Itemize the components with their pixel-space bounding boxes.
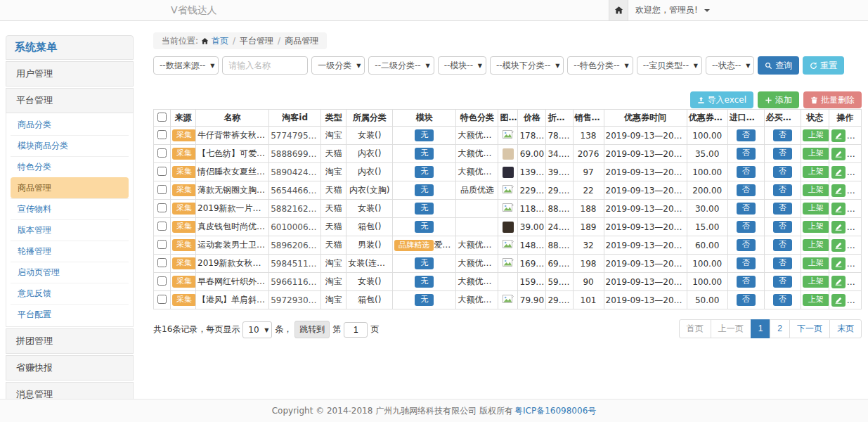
page-button-下一页[interactable]: 下一页 [789, 319, 830, 338]
page-button-1[interactable]: 1 [751, 319, 771, 338]
page-button-末页[interactable]: 末页 [829, 319, 862, 338]
status-badge[interactable]: 上架 [803, 294, 829, 305]
status-badge[interactable]: 上架 [803, 203, 829, 214]
import-select-badge[interactable]: 否 [737, 203, 756, 214]
row-checkbox[interactable] [157, 258, 167, 267]
ops-cell [829, 145, 861, 163]
batch-delete-button[interactable]: 批量删除 [803, 91, 862, 108]
import-select-badge[interactable]: 否 [737, 294, 756, 305]
row-checkbox[interactable] [157, 185, 167, 194]
jump-to-button[interactable]: 跳转到 [294, 321, 330, 338]
icp-link[interactable]: 粤ICP备16098006号 [514, 405, 596, 417]
row-checkbox[interactable] [157, 295, 167, 304]
must-buy-badge[interactable]: 否 [773, 148, 792, 159]
status-cell: 上架 [801, 273, 829, 291]
per-page-select[interactable]: 10 ▼ [242, 321, 272, 338]
import-select-badge[interactable]: 否 [737, 221, 756, 232]
status-badge[interactable]: 上架 [803, 184, 829, 196]
must-buy-badge[interactable]: 否 [773, 166, 792, 177]
sidebar-section-bottom-0[interactable]: 拼团管理 [6, 328, 134, 354]
user-menu[interactable]: 欢迎您，管理员! [635, 0, 710, 20]
import-select-badge[interactable]: 否 [737, 239, 756, 250]
row-checkbox[interactable] [157, 148, 167, 158]
filter-select-5[interactable]: --特色分类--▼ [567, 56, 633, 75]
filter-select-datasource[interactable]: --数据来源--▼ [153, 56, 219, 75]
page-button-上一页[interactable]: 上一页 [711, 319, 751, 338]
status-badge[interactable]: 上架 [803, 148, 829, 159]
edit-button[interactable] [831, 239, 846, 252]
discount-price-cell: 69.90 [546, 255, 573, 273]
status-badge[interactable]: 上架 [803, 257, 829, 269]
edit-button[interactable] [831, 203, 846, 215]
filter-select-6[interactable]: --宝贝类型--▼ [637, 56, 702, 75]
filter-select-2[interactable]: --二级分类--▼ [368, 56, 434, 75]
must-buy-badge[interactable]: 否 [773, 184, 792, 196]
query-button[interactable]: 查询 [758, 56, 799, 75]
status-badge[interactable]: 上架 [803, 239, 829, 250]
row-checkbox[interactable] [157, 130, 167, 139]
sidebar-section-1[interactable]: 平台管理 [6, 88, 134, 113]
must-buy-badge[interactable]: 否 [773, 221, 792, 232]
import-select-badge[interactable]: 否 [737, 166, 756, 177]
filter-select-7[interactable]: --状态--▼ [706, 56, 754, 75]
edit-button[interactable] [831, 276, 846, 288]
status-badge[interactable]: 上架 [803, 276, 829, 287]
edit-icon [835, 297, 842, 304]
import-select-badge[interactable]: 否 [737, 257, 756, 269]
must-buy-badge[interactable]: 否 [773, 276, 792, 287]
sidebar-menu: 用户管理平台管理商品分类模块商品分类特色分类商品管理宣传物料版本管理轮播管理启动… [6, 61, 134, 422]
page-button-首页[interactable]: 首页 [679, 319, 711, 338]
home-button[interactable] [609, 0, 628, 20]
icon-cell [498, 218, 518, 236]
status-badge[interactable]: 上架 [803, 221, 829, 232]
import-select-badge[interactable]: 否 [737, 184, 756, 196]
must-buy-badge[interactable]: 否 [773, 294, 792, 305]
sidebar-item-9[interactable]: 平台配置 [11, 304, 129, 325]
must-buy-badge[interactable]: 否 [773, 257, 792, 269]
name-cell: 牛仔背带裤女秋装减龄... [196, 127, 269, 145]
edit-button[interactable] [831, 166, 846, 179]
import-select-badge[interactable]: 否 [737, 129, 756, 141]
edit-button[interactable] [831, 129, 846, 142]
status-badge[interactable]: 上架 [803, 166, 829, 177]
row-checkbox[interactable] [157, 222, 167, 231]
must-buy-cell: 否 [764, 236, 801, 255]
reset-button[interactable]: 重置 [803, 56, 844, 75]
sidebar-item-2[interactable]: 特色分类 [11, 156, 129, 177]
row-checkbox[interactable] [157, 240, 167, 249]
filter-select-4[interactable]: --模块下分类--▼ [490, 56, 564, 75]
name-search-input[interactable] [222, 56, 308, 75]
status-badge[interactable]: 上架 [803, 129, 829, 141]
must-buy-badge[interactable]: 否 [773, 239, 792, 250]
edit-button[interactable] [831, 148, 846, 160]
row-checkbox[interactable] [157, 276, 167, 286]
sidebar-item-3[interactable]: 商品管理 [11, 177, 129, 198]
sidebar-item-7[interactable]: 启动页管理 [11, 262, 129, 283]
import-select-badge[interactable]: 否 [737, 276, 756, 287]
row-checkbox[interactable] [157, 167, 167, 176]
select-all-checkbox[interactable] [157, 113, 167, 122]
breadcrumb-home-link[interactable]: 首页 [212, 32, 228, 49]
sidebar-item-1[interactable]: 模块商品分类 [11, 135, 129, 156]
row-checkbox[interactable] [157, 203, 167, 212]
page-number-input[interactable] [344, 322, 368, 338]
sidebar-item-4[interactable]: 宣传物料 [11, 198, 129, 219]
filter-select-3[interactable]: --模块--▼ [438, 56, 486, 75]
sidebar-item-5[interactable]: 版本管理 [11, 219, 129, 241]
page-button-2[interactable]: 2 [770, 319, 790, 338]
must-buy-badge[interactable]: 否 [773, 129, 792, 141]
edit-button[interactable] [831, 257, 846, 270]
edit-button[interactable] [831, 184, 846, 197]
import-select-badge[interactable]: 否 [737, 148, 756, 159]
sidebar-section-bottom-1[interactable]: 省赚快报 [6, 355, 134, 381]
sidebar-item-8[interactable]: 意见反馈 [11, 283, 129, 304]
edit-button[interactable] [831, 221, 846, 234]
edit-button[interactable] [831, 294, 846, 307]
sidebar-section-0[interactable]: 用户管理 [6, 61, 134, 87]
must-buy-badge[interactable]: 否 [773, 203, 792, 214]
sidebar-item-6[interactable]: 轮播管理 [11, 241, 129, 262]
sidebar-item-0[interactable]: 商品分类 [11, 115, 129, 135]
filter-select-1[interactable]: 一级分类▼ [311, 56, 365, 75]
import-excel-button[interactable]: 导入excel [690, 91, 753, 108]
add-button[interactable]: 添加 [758, 91, 799, 108]
